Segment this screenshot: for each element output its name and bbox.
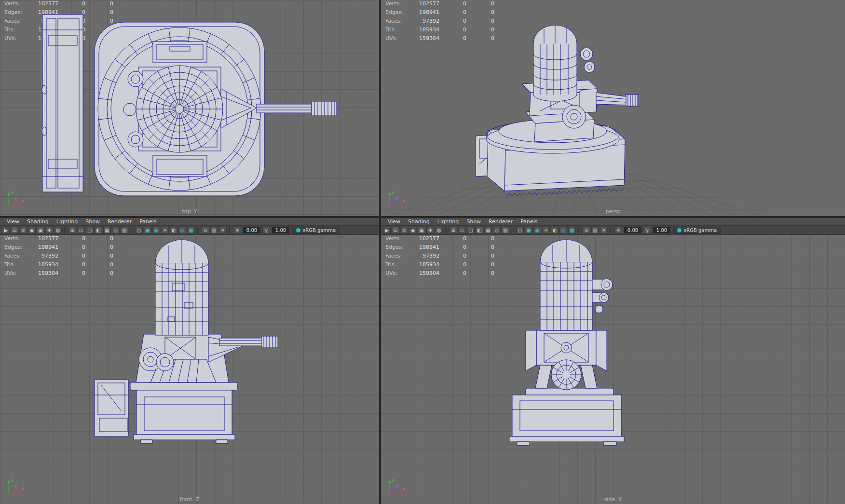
toolbar-separator xyxy=(64,227,66,233)
shadows-icon[interactable]: ◐ xyxy=(170,227,177,234)
menu-show[interactable]: Show xyxy=(463,218,485,225)
gate-mask-icon[interactable]: ◧ xyxy=(476,227,483,234)
gamma-icon[interactable]: γ xyxy=(262,227,270,234)
menu-lighting[interactable]: Lighting xyxy=(434,218,463,225)
view-label: top -Y xyxy=(0,208,379,215)
gate-mask-icon[interactable]: ◧ xyxy=(95,227,102,234)
field-chart-icon[interactable]: ▦ xyxy=(484,227,492,234)
gamma-input[interactable] xyxy=(653,227,670,233)
hud-stat-label: Faces: xyxy=(4,253,21,259)
hud-stat-value: 102577 xyxy=(21,235,58,242)
colorspace-select[interactable]: sRGB gamma xyxy=(292,227,340,234)
camera-lock-icon[interactable]: ⊡ xyxy=(11,227,18,234)
wireframe-icon[interactable]: ○ xyxy=(135,227,143,234)
camera-select-icon[interactable]: ▶ xyxy=(383,227,391,234)
camera-lock-icon[interactable]: ⊡ xyxy=(392,227,399,234)
safe-title-icon[interactable]: ▧ xyxy=(121,227,128,234)
menu-view[interactable]: View xyxy=(384,218,404,225)
viewport-front[interactable]: Verts:10257700Edges:19894100Faces:973920… xyxy=(0,235,379,504)
grid-icon[interactable]: ⊞ xyxy=(68,227,76,234)
shadows-icon[interactable]: ◐ xyxy=(551,227,559,234)
viewport-top[interactable]: Verts:10257700Edges:19894100Faces:973920… xyxy=(0,0,379,216)
image-plane-icon[interactable]: ▣ xyxy=(37,227,44,234)
hud-stat-value: 97392 xyxy=(21,253,58,259)
hud-stat-label: Verts: xyxy=(385,0,401,7)
film-gate-icon[interactable]: ▭ xyxy=(458,227,466,234)
x-ray-icon[interactable]: ▥ xyxy=(210,227,218,234)
svg-text:y: y xyxy=(392,191,394,194)
colorspace-select[interactable]: sRGB gamma xyxy=(673,227,721,234)
use-all-lights-icon[interactable]: ☀ xyxy=(542,227,550,234)
joints-x-ray-icon[interactable]: ✕ xyxy=(219,227,227,234)
occlusion-icon[interactable]: ◎ xyxy=(178,227,186,234)
camera-select-icon[interactable]: ▶ xyxy=(2,227,10,234)
x-ray-icon[interactable]: ▥ xyxy=(591,227,599,234)
anti-aliasing-icon[interactable]: ▩ xyxy=(568,227,576,234)
grid-icon[interactable]: ⊞ xyxy=(450,227,457,234)
isolate-select-icon[interactable]: ⊙ xyxy=(583,227,590,234)
safe-title-icon[interactable]: ▧ xyxy=(502,227,509,234)
pan-zoom-icon[interactable]: ✚ xyxy=(45,227,53,234)
anti-aliasing-icon[interactable]: ▩ xyxy=(187,227,195,234)
exposure-input[interactable] xyxy=(624,227,641,233)
hud-stat-row: Faces:9739200 xyxy=(4,253,120,261)
exposure-input[interactable] xyxy=(243,227,260,233)
use-all-lights-icon[interactable]: ☀ xyxy=(161,227,169,234)
hud-stat-value: 198941 xyxy=(21,244,58,250)
svg-text:z: z xyxy=(396,484,398,488)
axis-gizmo: yxz xyxy=(384,187,406,210)
textured-icon[interactable]: ◉ xyxy=(152,227,160,234)
safe-action-icon[interactable]: ◇ xyxy=(493,227,501,234)
bookmarks-icon[interactable]: ◆ xyxy=(28,227,36,234)
resolution-gate-icon[interactable]: ▢ xyxy=(467,227,475,234)
safe-action-icon[interactable]: ◇ xyxy=(112,227,120,234)
image-plane-icon[interactable]: ▣ xyxy=(418,227,425,234)
svg-text:x: x xyxy=(403,199,405,203)
wireframe-icon[interactable]: ○ xyxy=(516,227,524,234)
menu-lighting[interactable]: Lighting xyxy=(53,218,82,225)
field-chart-icon[interactable]: ▦ xyxy=(103,227,111,234)
hud-stat-row: UVs:15930400 xyxy=(4,270,120,279)
oversampling-icon[interactable]: ◍ xyxy=(435,227,443,234)
hud-stat-row: Verts:10257700 xyxy=(385,0,501,9)
viewport-side[interactable]: Verts:10257700Edges:19894100Faces:973920… xyxy=(381,235,845,504)
menu-panels[interactable]: Panels xyxy=(517,218,541,225)
hud-stat-label: Edges: xyxy=(385,9,403,15)
bookmarks-icon[interactable]: ◆ xyxy=(409,227,417,234)
hud-stat-row: Faces:9739200 xyxy=(385,253,501,261)
hud-stat-value: 0 xyxy=(472,0,494,7)
menu-renderer[interactable]: Renderer xyxy=(104,218,136,225)
hud-stat-value: 0 xyxy=(63,270,85,276)
gamma-input[interactable] xyxy=(272,227,289,233)
film-gate-icon[interactable]: ▭ xyxy=(77,227,85,234)
smooth-shade-icon[interactable]: ● xyxy=(525,227,532,234)
hud-stat-label: Edges: xyxy=(385,244,403,250)
smooth-shade-icon[interactable]: ● xyxy=(144,227,151,234)
model-top-view xyxy=(0,0,379,216)
exposure-icon[interactable]: ☀ xyxy=(233,227,241,234)
textured-icon[interactable]: ◉ xyxy=(533,227,541,234)
resolution-gate-icon[interactable]: ▢ xyxy=(86,227,94,234)
oversampling-icon[interactable]: ◍ xyxy=(54,227,62,234)
gamma-icon[interactable]: γ xyxy=(643,227,651,234)
camera-attributes-icon[interactable]: ≡ xyxy=(400,227,408,234)
hud-stat-value: 159304 xyxy=(402,270,439,276)
menu-renderer[interactable]: Renderer xyxy=(485,218,517,225)
occlusion-icon[interactable]: ◎ xyxy=(559,227,567,234)
joints-x-ray-icon[interactable]: ✕ xyxy=(600,227,608,234)
poly-count-hud: Verts:10257700Edges:19894100Faces:973920… xyxy=(4,235,120,279)
exposure-icon[interactable]: ☀ xyxy=(614,227,622,234)
svg-text:x: x xyxy=(22,487,24,491)
toolbar-separator xyxy=(610,227,612,233)
menu-shading[interactable]: Shading xyxy=(23,218,53,225)
menu-view[interactable]: View xyxy=(3,218,23,225)
viewport-persp[interactable]: Verts:10257700Edges:19894100Faces:973920… xyxy=(381,0,845,216)
menu-shading[interactable]: Shading xyxy=(404,218,434,225)
menu-panels[interactable]: Panels xyxy=(136,218,160,225)
menu-show[interactable]: Show xyxy=(82,218,104,225)
pan-zoom-icon[interactable]: ✚ xyxy=(426,227,434,234)
axis-gizmo: yxz xyxy=(3,187,25,210)
camera-attributes-icon[interactable]: ≡ xyxy=(19,227,27,234)
isolate-select-icon[interactable]: ⊙ xyxy=(202,227,209,234)
hud-stat-value: 159304 xyxy=(402,35,439,41)
